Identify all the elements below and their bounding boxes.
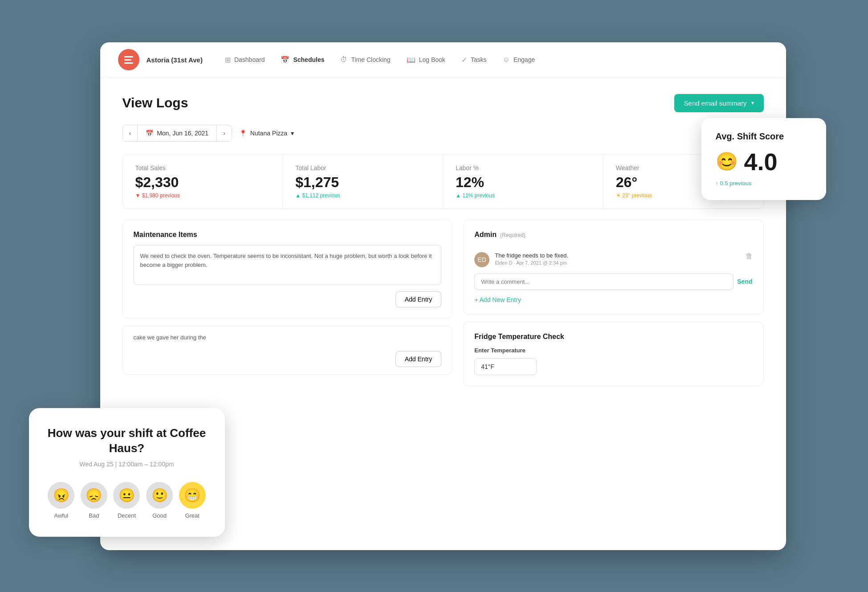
total-labor-value: $1,275 — [295, 174, 430, 191]
location-icon: 📍 — [239, 130, 247, 137]
nav-links: ⊞ Dashboard 📅 Schedules ⏱ Time Clocking … — [225, 56, 768, 64]
total-sales-label: Total Sales — [135, 164, 270, 171]
bad-face: 😞 — [81, 482, 107, 509]
rating-good[interactable]: 🙂 Good — [146, 482, 173, 519]
filter-row: ‹ 📅 Mon, Jun 16, 2021 › 📍 Nutana Pizza ▾ — [122, 125, 764, 142]
add-new-entry-button[interactable]: + Add New Entry — [474, 296, 752, 303]
admin-required-label: (Required) — [500, 232, 526, 238]
score-emoji: 😊 — [716, 151, 738, 172]
fridge-card: Fridge Temperature Check Enter Temperatu… — [463, 322, 763, 386]
score-card: Avg. Shift Score 😊 4.0 ↑ 0.5 previous — [701, 118, 826, 200]
dashboard-icon: ⊞ — [225, 56, 231, 64]
date-next-button[interactable]: › — [217, 125, 232, 141]
labor-pct-label: Labor % — [456, 164, 591, 171]
total-labor-label: Total Labor — [295, 164, 430, 171]
send-email-button[interactable]: Send email summary ▾ — [674, 94, 764, 112]
nav-dashboard[interactable]: ⊞ Dashboard — [225, 56, 265, 64]
rating-awful[interactable]: 😠 Awful — [48, 482, 74, 519]
shift-feedback-card: How was your shift at Coffee Haus? Wed A… — [29, 408, 225, 537]
admin-card: Admin (Required) ED The fridge needs to … — [463, 220, 763, 314]
admin-entry-meta: Elden D · Apr 7, 2021 @ 2:34 pm — [495, 260, 740, 265]
admin-entry: ED The fridge needs to be fixed. Elden D… — [474, 252, 752, 267]
decent-face: 😐 — [113, 482, 140, 509]
temperature-input[interactable] — [474, 358, 537, 375]
date-navigator: ‹ 📅 Mon, Jun 16, 2021 › — [122, 125, 232, 142]
navbar: Astoria (31st Ave) ⊞ Dashboard 📅 Schedul… — [100, 42, 786, 78]
labor-pct-prev: ▲ 11% previous — [456, 192, 591, 199]
maintenance-card: Maintenance Items We need to check the o… — [122, 220, 453, 318]
admin-title-row: Admin (Required) — [474, 231, 752, 245]
good-label: Good — [152, 512, 167, 519]
score-number: 4.0 — [744, 148, 778, 176]
admin-entry-text: The fridge needs to be fixed. — [495, 252, 740, 259]
log-book-icon: 📖 — [407, 56, 416, 64]
comment-input[interactable] — [474, 274, 734, 290]
total-sales-prev: ▼ $1,980 previous — [135, 192, 270, 199]
date-display: 📅 Mon, Jun 16, 2021 — [137, 125, 217, 141]
nav-engage[interactable]: ☺ Engage — [503, 56, 535, 64]
maintenance-add-entry-button[interactable]: Add Entry — [395, 291, 441, 307]
chevron-down-icon: ▾ — [751, 100, 754, 106]
emoji-ratings: 😠 Awful 😞 Bad 😐 Decent 🙂 Good 😁 Great — [45, 482, 209, 519]
calendar-icon: 📅 — [146, 130, 153, 137]
lower-row: Maintenance Items We need to check the o… — [122, 220, 764, 386]
metric-labor-pct: Labor % 12% ▲ 11% previous — [443, 155, 603, 208]
decent-label: Decent — [118, 512, 136, 519]
good-face: 🙂 — [146, 482, 173, 509]
rating-great[interactable]: 😁 Great — [179, 482, 206, 519]
awful-label: Awful — [54, 512, 69, 519]
shift-question: How was your shift at Coffee Haus? — [45, 426, 209, 456]
avatar: ED — [474, 252, 489, 267]
secondary-entry-card: cake we gave her during the Add Entry — [122, 326, 453, 375]
app-logo — [118, 49, 139, 70]
score-value-row: 😊 4.0 — [716, 148, 812, 176]
rating-decent[interactable]: 😐 Decent — [113, 482, 140, 519]
total-labor-prev: ▲ $1,112 previous — [295, 192, 430, 199]
admin-title: Admin — [474, 231, 497, 239]
location-chevron-icon: ▾ — [291, 130, 294, 137]
labor-pct-value: 12% — [456, 174, 591, 191]
great-label: Great — [185, 512, 200, 519]
shift-date: Wed Aug 25 | 12:00am – 12:00pm — [45, 461, 209, 468]
nav-tasks[interactable]: ✓ Tasks — [461, 56, 487, 64]
metric-total-labor: Total Labor $1,275 ▲ $1,112 previous — [283, 155, 443, 208]
score-card-title: Avg. Shift Score — [716, 131, 812, 142]
left-column: Maintenance Items We need to check the o… — [122, 220, 453, 386]
metrics-row: Total Sales $2,330 ▼ $1,980 previous Tot… — [122, 154, 764, 209]
comment-row: Send — [474, 274, 752, 290]
nav-schedules[interactable]: 📅 Schedules — [281, 56, 324, 64]
maintenance-textarea[interactable]: We need to check the oven. Temperature s… — [134, 245, 442, 285]
location-filter[interactable]: 📍 Nutana Pizza ▾ — [239, 130, 294, 137]
schedules-icon: 📅 — [281, 56, 289, 64]
rating-bad[interactable]: 😞 Bad — [81, 482, 107, 519]
send-comment-button[interactable]: Send — [737, 274, 752, 290]
admin-entry-body: The fridge needs to be fixed. Elden D · … — [495, 252, 740, 265]
metric-total-sales: Total Sales $2,330 ▼ $1,980 previous — [123, 155, 283, 208]
brand-name: Astoria (31st Ave) — [147, 56, 203, 64]
fridge-title: Fridge Temperature Check — [474, 333, 752, 341]
content-header: View Logs Send email summary ▾ — [122, 94, 764, 112]
nav-time-clocking[interactable]: ⏱ Time Clocking — [340, 56, 390, 64]
bad-label: Bad — [89, 512, 99, 519]
tasks-icon: ✓ — [461, 56, 467, 64]
total-sales-value: $2,330 — [135, 174, 270, 191]
score-prev: ↑ 0.5 previous — [716, 180, 812, 187]
page-title: View Logs — [122, 95, 188, 110]
delete-entry-button[interactable]: 🗑 — [746, 252, 753, 260]
great-face: 😁 — [179, 482, 206, 509]
secondary-add-entry-button[interactable]: Add Entry — [395, 351, 441, 367]
nav-log-book[interactable]: 📖 Log Book — [407, 56, 445, 64]
date-prev-button[interactable]: ‹ — [123, 125, 138, 141]
awful-face: 😠 — [48, 482, 74, 509]
maintenance-title: Maintenance Items — [134, 231, 442, 239]
right-column: Admin (Required) ED The fridge needs to … — [463, 220, 763, 386]
engage-icon: ☺ — [503, 56, 510, 64]
fridge-sub-label: Enter Temperature — [474, 347, 752, 354]
time-clocking-icon: ⏱ — [340, 56, 347, 64]
